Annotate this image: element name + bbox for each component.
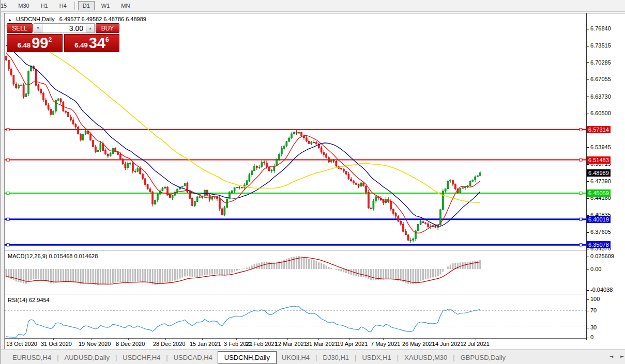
date-tick-mark bbox=[415, 338, 415, 340]
bid-price-big: 99 bbox=[32, 36, 48, 51]
bottom-tab-USDCNH-Daily[interactable]: USDCNH,Daily bbox=[218, 351, 277, 364]
date-tick-label: 12 Mar 2021 bbox=[275, 341, 307, 347]
chart-symbol-label: USDCNH,Daily bbox=[16, 16, 55, 22]
tab-separator: | bbox=[115, 354, 117, 361]
timeframe-button-H4[interactable]: H4 bbox=[55, 1, 71, 10]
tab-separator: | bbox=[397, 354, 399, 361]
collapse-trade-panel-icon[interactable]: ▲ bbox=[8, 18, 12, 22]
date-tick-label: 31 Mar 2021 bbox=[306, 341, 338, 347]
chart-tab-bar: EURUSD,H4|AUDUSD,Daily|USDCHF,H4|USDCAD,… bbox=[0, 350, 625, 364]
arrow-down-icon: ▾ bbox=[37, 26, 39, 30]
date-tick-mark bbox=[128, 338, 129, 340]
price-tick: 6.60500 bbox=[587, 110, 611, 116]
bid-price-prefix: 6.48 bbox=[18, 41, 31, 49]
bid-quote-box[interactable]: 6.48 99 2 bbox=[7, 34, 63, 52]
indicator-axis-tick: 0.00 bbox=[587, 266, 601, 272]
sell-button[interactable]: SELL bbox=[7, 23, 33, 33]
price-tick: 6.37605 bbox=[587, 229, 611, 235]
price-tick: 6.63730 bbox=[587, 93, 611, 100]
pane-divider[interactable] bbox=[5, 250, 586, 250]
date-tick-mark bbox=[236, 338, 237, 340]
price-tick: 6.76840 bbox=[587, 25, 611, 31]
tab-separator: | bbox=[315, 354, 317, 361]
level-price-label: 6.45059 bbox=[587, 189, 611, 197]
price-tick: 6.73515 bbox=[587, 42, 611, 49]
toolbar-separator bbox=[74, 2, 75, 10]
level-price-label: 6.40019 bbox=[587, 216, 611, 223]
level-price-label: 6.51483 bbox=[587, 156, 611, 164]
ask-price-big: 34 bbox=[89, 36, 105, 51]
date-tick-mark bbox=[258, 338, 258, 340]
date-tick-mark bbox=[202, 338, 203, 340]
timeframe-button-M30[interactable]: M30 bbox=[13, 1, 34, 10]
ask-price-prefix: 6.49 bbox=[74, 41, 87, 49]
date-tick-label: 26 May 2021 bbox=[402, 341, 435, 347]
timeframe-button-15[interactable]: 15 bbox=[0, 1, 11, 10]
indicator-axis-tick: 70 bbox=[587, 307, 597, 313]
timeframe-button-MN[interactable]: MN bbox=[116, 1, 134, 10]
timeframe-button-H1[interactable]: H1 bbox=[36, 1, 53, 10]
tab-separator: | bbox=[166, 354, 167, 361]
price-tick: 6.67055 bbox=[587, 76, 611, 82]
bottom-tab-GBPUSD-Daily[interactable]: GBPUSD,Daily bbox=[455, 352, 511, 363]
timeframe-button-D1[interactable]: D1 bbox=[78, 1, 95, 10]
ask-quote-box[interactable]: 6.49 34 6 bbox=[64, 34, 119, 52]
trading-terminal: 15M30H1H4D1W1MN ▲ USDCNH,Daily 6.49577 6… bbox=[0, 0, 625, 364]
bottom-tab-AUDUSD-Daily[interactable]: AUDUSD,Daily bbox=[59, 352, 115, 363]
date-tick-label: 13 Oct 2020 bbox=[6, 341, 37, 347]
volume-input[interactable]: 3.00 bbox=[42, 23, 86, 33]
ask-price-pip: 6 bbox=[105, 36, 109, 43]
chart-window[interactable]: ▲ USDCNH,Daily 6.49577 6.49582 6.48786 6… bbox=[4, 13, 625, 349]
bottom-tab-USDCAD-H4[interactable]: USDCAD,H4 bbox=[169, 352, 218, 363]
date-tick-mark bbox=[318, 338, 319, 340]
timeframe-button-W1[interactable]: W1 bbox=[97, 1, 115, 10]
indicator-axis-tick: 30 bbox=[587, 324, 597, 330]
indicator-axis-tick: -0.04038 bbox=[587, 287, 613, 293]
indicator-axis-tick: 0 bbox=[587, 334, 593, 340]
bottom-tab-UKOil-H4[interactable]: UKOil,H4 bbox=[277, 352, 315, 363]
date-tick-mark bbox=[53, 338, 54, 340]
price-tick: 6.53945 bbox=[587, 144, 611, 150]
date-tick-mark bbox=[91, 338, 92, 340]
rsi-pane[interactable] bbox=[5, 296, 586, 338]
date-tick-label: 2 Jul 2021 bbox=[463, 341, 490, 347]
date-tick-mark bbox=[349, 338, 350, 340]
bottom-tab-USDCHF-H4[interactable]: USDCHF,H4 bbox=[117, 352, 165, 363]
buy-button[interactable]: BUY bbox=[96, 23, 119, 33]
tab-separator: | bbox=[453, 354, 454, 361]
indicator-axis-tick: 0.025609 bbox=[587, 253, 614, 259]
volume-decrease-button[interactable]: ▾ bbox=[34, 23, 42, 33]
rsi-indicator-label: RSI(14) 62.9454 bbox=[8, 297, 50, 303]
pane-divider[interactable] bbox=[5, 294, 586, 294]
current-price-label: 6.48989 bbox=[587, 169, 611, 177]
chart-title: ▲ USDCNH,Daily 6.49577 6.49582 6.48786 6… bbox=[8, 16, 146, 22]
date-tick-label: 19 Apr 2021 bbox=[337, 341, 368, 347]
date-tick-label: 14 Jun 2021 bbox=[432, 341, 464, 347]
bottom-tab-EURUSD-H4[interactable]: EURUSD,H4 bbox=[7, 352, 56, 363]
date-tick-mark bbox=[383, 338, 384, 340]
volume-increase-button[interactable]: ▴ bbox=[86, 23, 95, 33]
date-tick-label: 15 Jan 2021 bbox=[190, 341, 221, 347]
timeframe-toolbar: 15M30H1H4D1W1MN bbox=[0, 0, 625, 12]
date-tick-label: 31 Oct 2020 bbox=[41, 341, 72, 347]
bottom-tab-DJ30-H1[interactable]: DJ30,H1 bbox=[318, 352, 355, 363]
tab-scroll-left-icon[interactable]: ◄ bbox=[609, 354, 613, 359]
macd-indicator-label: MACD(12,26,9) 0.015468 0.014628 bbox=[8, 253, 98, 259]
one-click-trade-panel: SELL ▾ 3.00 ▴ BUY 6.48 99 2 6.49 34 6 bbox=[7, 23, 119, 52]
bottom-tab-USDX-H1[interactable]: USDX,H1 bbox=[357, 352, 396, 363]
date-tick-label: 22 Feb 2021 bbox=[246, 341, 278, 347]
arrow-up-icon: ▴ bbox=[89, 26, 91, 30]
price-tick: 6.47390 bbox=[587, 178, 611, 184]
tab-scroll-right-icon[interactable]: ► bbox=[620, 354, 624, 359]
date-tick-mark bbox=[287, 338, 288, 340]
tab-separator: | bbox=[57, 354, 58, 361]
level-price-label: 6.57314 bbox=[587, 126, 611, 133]
tab-separator: | bbox=[355, 354, 356, 361]
date-tick-label: 7 May 2021 bbox=[371, 341, 400, 347]
date-tick-mark bbox=[445, 338, 445, 340]
level-price-label: 6.35078 bbox=[587, 241, 611, 248]
bottom-tab-XAUUSD-M30[interactable]: XAUUSD,M30 bbox=[399, 352, 452, 363]
price-tick: 6.70285 bbox=[587, 59, 611, 66]
pane-divider bbox=[5, 338, 586, 339]
date-tick-mark bbox=[165, 338, 166, 340]
